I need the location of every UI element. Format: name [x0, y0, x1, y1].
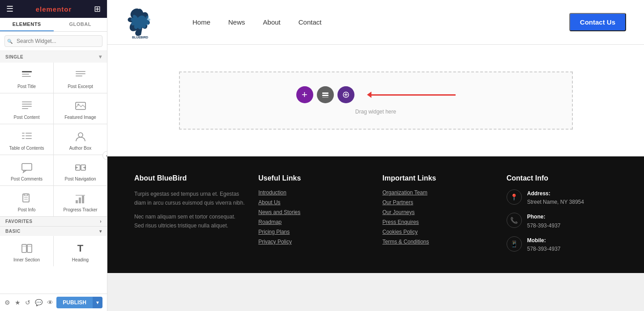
widget-author-box-label: Author Box: [69, 146, 91, 151]
svg-rect-7: [22, 104, 32, 105]
svg-point-11: [77, 104, 79, 105]
svg-rect-19: [22, 164, 32, 170]
widget-post-content[interactable]: Post Content: [0, 93, 53, 124]
widget-heading[interactable]: T Heading: [54, 236, 107, 266]
footer-link-news-and-stories[interactable]: News and Stories: [258, 209, 369, 215]
tab-global[interactable]: GLOBAL: [54, 18, 107, 31]
eye-icon[interactable]: 👁: [47, 299, 53, 306]
footer-link-our-partners[interactable]: Our Partners: [383, 199, 493, 206]
post-content-icon: [20, 99, 34, 113]
footer-link-privacy-policy[interactable]: Privacy Policy: [258, 239, 369, 245]
contact-us-button[interactable]: Contact Us: [569, 13, 626, 31]
footer-link-cookies-policy[interactable]: Cookies Policy: [383, 229, 493, 235]
svg-rect-4: [76, 73, 85, 74]
site-footer: About BlueBird Turpis egestas sed tempus…: [107, 156, 644, 273]
contact-address-row: 📍 Address: Street Name, NY 38954: [507, 189, 617, 206]
phone-icon: 📞: [507, 213, 522, 228]
widget-progress-tracker-label: Progress Tracker: [63, 207, 97, 213]
widgets-grid-basic: Inner Section T Heading: [0, 236, 107, 266]
inner-section-icon: [20, 241, 34, 256]
tab-elements[interactable]: ELEMENTS: [0, 18, 54, 31]
svg-rect-16: [22, 138, 25, 139]
svg-rect-3: [76, 71, 85, 72]
template-button[interactable]: [337, 86, 354, 103]
sidebar-footer: ⚙ ★ ↺ 💬 👁 PUBLISH ▾: [0, 294, 107, 311]
footer-link-pricing-plans[interactable]: Pricing Plans: [258, 229, 369, 235]
svg-rect-38: [322, 92, 328, 94]
svg-rect-12: [22, 133, 25, 134]
post-title-icon: [20, 68, 34, 82]
layout-button[interactable]: [317, 86, 334, 103]
footer-link-terms-conditions[interactable]: Terms & Conditions: [383, 239, 493, 245]
publish-button[interactable]: PUBLISH: [56, 297, 93, 308]
footer-link-press-enquires[interactable]: Press Enquires: [383, 219, 493, 225]
svg-rect-28: [76, 200, 78, 203]
sidebar: ☰ elementor ⊞ ELEMENTS GLOBAL SINGLE ▾ P…: [0, 0, 107, 311]
mobile-label: Mobile:: [527, 236, 561, 245]
main-nav: Home News About Contact: [192, 18, 551, 26]
sidebar-header: ☰ elementor ⊞: [0, 0, 107, 18]
mobile-value: 578-393-4937: [527, 245, 561, 253]
svg-rect-9: [22, 108, 28, 109]
footer-about-text1: Turpis egestas sed tempus urna et. Egest…: [134, 189, 245, 208]
footer-link-about-us[interactable]: About Us: [258, 199, 369, 206]
svg-rect-8: [22, 106, 32, 107]
star-icon[interactable]: ★: [15, 299, 21, 306]
grid-icon[interactable]: ⊞: [94, 4, 101, 14]
widget-post-comments[interactable]: Post Comments: [0, 155, 53, 185]
section-favorites-header[interactable]: FAVORITES ›: [0, 216, 107, 226]
footer-contact-title: Contact Info: [507, 174, 617, 182]
widget-post-title[interactable]: Post Title: [0, 63, 53, 93]
footer-link-introduction[interactable]: Introduction: [258, 189, 369, 196]
widget-progress-tracker[interactable]: Progress Tracker: [54, 186, 107, 216]
svg-rect-32: [22, 244, 26, 252]
widget-inner-section[interactable]: Inner Section: [0, 236, 53, 266]
nav-contact[interactable]: Contact: [299, 18, 322, 26]
section-favorites-label: FAVORITES: [5, 219, 32, 224]
comment-icon[interactable]: 💬: [35, 299, 43, 306]
search-input[interactable]: [4, 35, 102, 47]
widget-post-navigation[interactable]: Post Navigation: [54, 155, 107, 185]
footer-useful-links: Useful Links Introduction About Us News …: [258, 174, 369, 260]
widget-search-container: [0, 32, 107, 51]
footer-link-roadmap[interactable]: Roadmap: [258, 219, 369, 225]
widget-post-info[interactable]: Post Info: [0, 186, 53, 216]
svg-rect-15: [26, 135, 32, 136]
publish-dropdown-button[interactable]: ▾: [93, 297, 102, 308]
svg-rect-1: [22, 74, 29, 75]
widgets-grid-single: Post Title Post Excerpt Post Content Fea…: [0, 63, 107, 216]
hamburger-icon[interactable]: ☰: [6, 4, 13, 14]
drop-zone-buttons: +: [296, 86, 456, 103]
footer-link-organization-team[interactable]: Organization Team: [383, 189, 493, 196]
nav-news[interactable]: News: [228, 18, 245, 26]
settings-icon[interactable]: ⚙: [4, 299, 10, 306]
svg-rect-0: [22, 71, 32, 72]
undo-icon[interactable]: ↺: [25, 299, 30, 306]
publish-button-group: PUBLISH ▾: [56, 297, 102, 308]
widget-post-excerpt-label: Post Excerpt: [68, 84, 93, 89]
drop-zone[interactable]: + Drag widget here: [179, 71, 573, 130]
widget-author-box[interactable]: Author Box: [54, 124, 107, 155]
footer-icon-group: ⚙ ★ ↺ 💬 👁: [4, 299, 53, 306]
footer-link-our-journeys[interactable]: Our Journeys: [383, 209, 493, 215]
widget-featured-image[interactable]: Featured Image: [54, 93, 107, 124]
svg-rect-14: [22, 135, 25, 136]
sidebar-title: elementor: [36, 5, 72, 13]
section-basic-header[interactable]: BASIC ▾: [0, 226, 107, 236]
drop-zone-text: Drag widget here: [355, 109, 396, 115]
widget-post-navigation-label: Post Navigation: [64, 177, 96, 182]
post-comments-icon: [20, 160, 34, 175]
section-basic-label: BASIC: [5, 229, 21, 234]
add-widget-button[interactable]: +: [296, 86, 313, 103]
widget-post-content-label: Post Content: [14, 115, 40, 120]
section-single-header[interactable]: SINGLE ▾: [0, 51, 107, 63]
nav-home[interactable]: Home: [192, 18, 210, 26]
author-box-icon: [73, 130, 88, 144]
phone-label: Phone:: [527, 213, 561, 221]
arrow-line: [371, 94, 456, 96]
footer-contact-info: Contact Info 📍 Address: Street Name, NY …: [507, 174, 617, 260]
nav-about[interactable]: About: [263, 18, 281, 26]
widget-table-of-contents[interactable]: Table of Contents: [0, 124, 53, 155]
widget-post-excerpt[interactable]: Post Excerpt: [54, 63, 107, 93]
svg-rect-13: [26, 133, 32, 134]
